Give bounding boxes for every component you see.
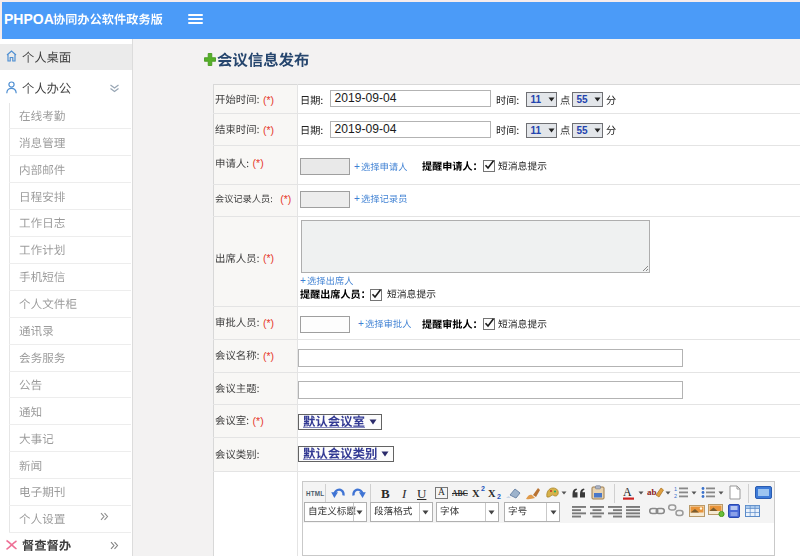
svg-text:ab: ab <box>647 487 657 497</box>
svg-text:A: A <box>623 486 632 499</box>
svg-text:1: 1 <box>674 486 677 492</box>
svg-text:2: 2 <box>674 493 677 499</box>
